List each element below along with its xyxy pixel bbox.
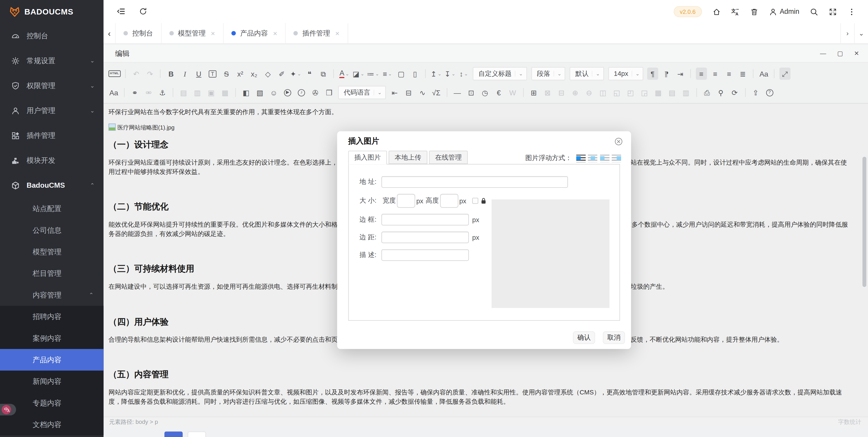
image-url-input[interactable] xyxy=(381,176,568,188)
sidebar-item-badoucms[interactable]: BadouCMS ⌃ xyxy=(0,173,103,198)
delete-table-icon[interactable]: ⊠ xyxy=(542,87,553,99)
split-cell-icon[interactable]: ◲ xyxy=(639,87,650,99)
float-right-icon[interactable] xyxy=(612,154,621,162)
code-language-select[interactable]: 代码语言⌄ xyxy=(338,86,385,99)
sidebar-subitem[interactable]: 案例内容 xyxy=(0,327,103,349)
lock-ratio-icon[interactable] xyxy=(480,197,487,204)
cancel-button[interactable]: 取消 xyxy=(603,331,625,344)
special-char-icon[interactable]: € xyxy=(493,87,504,99)
sidebar-subitem[interactable]: 招聘内容 xyxy=(0,306,103,327)
insert-image-icon[interactable]: ▧ xyxy=(254,87,266,99)
translate-widget[interactable]: 中 A xyxy=(0,404,16,415)
minimize-icon[interactable]: — xyxy=(820,50,826,57)
paragraph-select[interactable]: 段落⌄ xyxy=(531,67,565,80)
align-right-icon[interactable]: ≡ xyxy=(723,67,735,80)
formula-icon[interactable]: √Σ xyxy=(431,87,442,99)
table-striped-icon[interactable]: ▥ xyxy=(680,87,691,99)
tab[interactable]: 插件管理 ✕ xyxy=(286,23,348,43)
anchor-icon[interactable]: ⚓ xyxy=(157,87,168,99)
tab-close-icon[interactable]: ✕ xyxy=(211,30,215,36)
sidebar-item-general-settings[interactable]: 常规设置 ⌄ xyxy=(0,48,103,73)
float-left-icon[interactable] xyxy=(600,154,609,162)
tab-scroll-left[interactable]: ‹ xyxy=(103,23,116,43)
sidebar-subitem[interactable]: 内容管理 ⌃ xyxy=(0,284,103,306)
align-justify-icon[interactable]: ≣ xyxy=(737,67,748,80)
export-icon[interactable]: ⇪ xyxy=(750,87,761,99)
maximize-icon[interactable]: ▢ xyxy=(837,50,843,57)
sidebar-subitem[interactable]: 文档内容 xyxy=(0,414,103,435)
trash-icon[interactable] xyxy=(750,7,758,16)
italic-icon[interactable]: I xyxy=(180,67,190,80)
source-code-icon[interactable]: HTML xyxy=(108,67,121,80)
replace-icon[interactable]: ⟳ xyxy=(729,87,740,99)
doc-block[interactable]: 环保行业网站在当今数字化时代具有至关重要的作用，其重要性体现在多个方面。 xyxy=(108,108,851,117)
margin-bottom-icon[interactable]: ↧⌄ xyxy=(444,67,456,80)
sidebar-item-plugins[interactable]: 插件管理 xyxy=(0,123,103,148)
bold-icon[interactable]: B xyxy=(165,67,177,80)
height-input[interactable] xyxy=(440,194,458,208)
tab[interactable]: 产品内容 ✕ xyxy=(223,23,286,43)
collapse-menu-icon[interactable] xyxy=(117,7,126,16)
tab-more-icon[interactable]: ⌄ xyxy=(854,23,868,43)
underline-icon[interactable]: U xyxy=(193,67,204,80)
subscript-icon[interactable]: x₂ xyxy=(248,67,259,80)
time-icon[interactable]: ◷ xyxy=(479,87,491,99)
dialog-tab[interactable]: 插入图片 xyxy=(348,151,387,165)
magic-style-icon[interactable]: ✦⌄ xyxy=(290,67,301,80)
letter-case-icon[interactable]: Aa xyxy=(758,67,769,80)
audio-icon[interactable]: ♪ xyxy=(296,87,307,99)
table-dashed-icon[interactable]: ▤ xyxy=(666,87,678,99)
blockquote-icon[interactable]: ❝ xyxy=(304,67,315,80)
tab[interactable]: 模型管理 ✕ xyxy=(161,23,223,43)
margin-top-icon[interactable]: ↥⌄ xyxy=(431,67,442,80)
search-icon[interactable] xyxy=(810,7,818,16)
insert-row-icon[interactable]: ⊕ xyxy=(569,87,581,99)
table-icon[interactable]: ⊞ xyxy=(528,87,539,99)
sidebar-subitem[interactable]: 公司信息 xyxy=(0,220,103,241)
help-icon[interactable]: ? xyxy=(764,87,775,99)
format-paint-icon[interactable]: ✐ xyxy=(276,67,287,80)
ratio-checkbox[interactable] xyxy=(472,198,478,204)
line-height-icon[interactable]: ↕⌄ xyxy=(458,67,469,80)
align-center-icon[interactable]: ≡ xyxy=(710,67,721,80)
doc-block[interactable]: （五）内容管理 xyxy=(108,369,851,381)
sidebar-item-module-dev[interactable]: 模块开发 xyxy=(0,148,103,173)
hr-icon[interactable]: — xyxy=(452,87,463,99)
description-input[interactable] xyxy=(381,249,469,261)
table-header-icon[interactable]: ⊟ xyxy=(556,87,567,99)
letter-spacing-icon[interactable]: Aa xyxy=(108,87,119,99)
confirm-button[interactable]: 确认 xyxy=(573,331,595,344)
word-import-icon[interactable]: W xyxy=(507,87,518,99)
iframe-icon[interactable]: ❒ xyxy=(323,87,335,99)
bg-color-icon[interactable]: ◪⌄ xyxy=(352,67,364,80)
tab-scroll-right[interactable]: › xyxy=(840,23,854,43)
strikethrough-icon[interactable]: S xyxy=(221,67,232,80)
fullscreen-icon[interactable] xyxy=(829,7,837,16)
kebab-menu-icon[interactable] xyxy=(847,7,856,16)
code-indent-icon[interactable]: ⇤ xyxy=(389,87,400,99)
app-logo[interactable]: BADOUCMS xyxy=(0,0,103,23)
dialog-tab[interactable]: 本地上传 xyxy=(389,151,427,164)
upload-image-icon[interactable]: ◧ xyxy=(241,87,252,99)
new-doc-icon[interactable]: ▯ xyxy=(409,67,421,80)
paste-icon[interactable]: ⧉ xyxy=(318,67,329,80)
sidebar-item-permissions[interactable]: 权限管理 ⌄ xyxy=(0,73,103,98)
align-left-icon[interactable]: ≡ xyxy=(696,67,707,80)
undo-icon[interactable]: ↶ xyxy=(130,67,142,80)
sidebar-subitem[interactable]: 站点配置 xyxy=(0,198,103,219)
indent-icon[interactable]: ⇥ xyxy=(675,67,686,80)
attachment-icon[interactable]: ✇ xyxy=(310,87,321,99)
superscript-icon[interactable]: x² xyxy=(235,67,246,80)
margin-input[interactable] xyxy=(381,232,469,243)
date-icon[interactable]: ⊡ xyxy=(466,87,477,99)
tab[interactable]: 控制台 xyxy=(116,23,161,43)
tab-close-icon[interactable]: ✕ xyxy=(273,30,278,36)
font-size-select[interactable]: 14px⌄ xyxy=(608,67,644,80)
ordered-list-icon[interactable]: ≔⌄ xyxy=(367,67,379,80)
doc-block[interactable]: 医疗网站缩略图(1).jpg xyxy=(108,123,851,132)
doc-block[interactable]: 网站内容应定期更新和优化，提供高质量的环保知识科普文章、视频和图片，以及及时发布… xyxy=(108,388,851,406)
dialog-close-icon[interactable] xyxy=(615,138,623,146)
scrollbar-thumb[interactable] xyxy=(863,157,866,287)
heading-select[interactable]: 自定义标题⌄ xyxy=(473,67,527,80)
border-input[interactable] xyxy=(381,214,469,225)
